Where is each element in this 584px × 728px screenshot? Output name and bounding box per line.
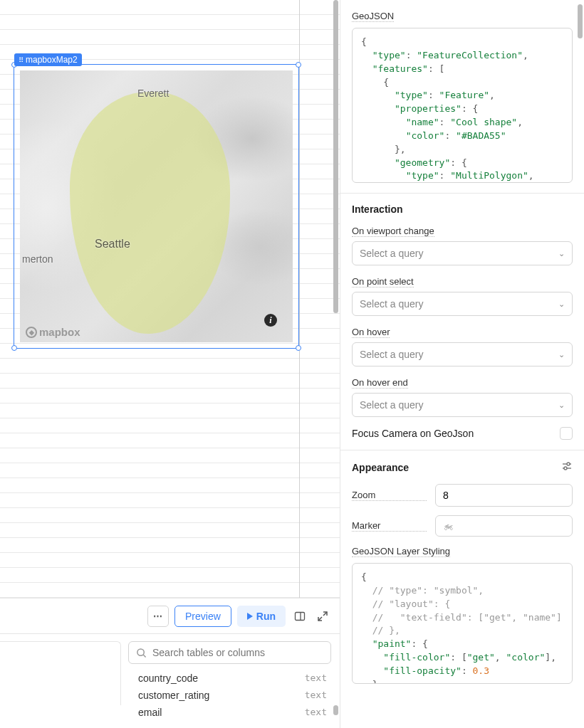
interaction-title: Interaction: [352, 204, 573, 215]
map-component[interactable]: Everett Seattle merton ◆ mapbox i: [14, 64, 299, 349]
map-label-merton: merton: [22, 253, 53, 265]
zoom-input-wrapper[interactable]: [435, 484, 573, 507]
toolbar: ⋯ Preview Run: [0, 598, 340, 633]
zoom-label: Zoom: [352, 490, 427, 501]
map-label-seattle: Seattle: [95, 238, 130, 250]
mapbox-attribution[interactable]: ◆ mapbox: [26, 326, 80, 338]
hover-end-select[interactable]: Select a query ⌄: [352, 393, 573, 417]
select-placeholder: Select a query: [360, 349, 424, 360]
chevron-down-icon: ⌄: [558, 300, 565, 309]
resize-handle-bl[interactable]: [11, 345, 17, 351]
select-placeholder: Select a query: [360, 248, 424, 259]
right-scrollbar[interactable]: [578, 4, 583, 38]
canvas-area[interactable]: ⠿ mapboxMap2 Everett Seattle merton ◆ ma…: [0, 0, 340, 598]
field-row[interactable]: customer_rating text: [128, 687, 331, 704]
viewport-change-select[interactable]: Select a query ⌄: [352, 241, 573, 265]
field-type: text: [305, 707, 327, 718]
chevron-down-icon: ⌄: [558, 249, 565, 258]
svg-rect-0: [296, 612, 305, 620]
field-name: customer_rating: [138, 690, 209, 701]
appearance-section: Appearance Zoom Marker 🏍 GeoJSON Layer S…: [340, 450, 584, 694]
select-placeholder: Select a query: [360, 298, 424, 310]
resize-handle-br[interactable]: [296, 345, 301, 351]
left-panel: ⠿ mapboxMap2 Everett Seattle merton ◆ ma…: [0, 0, 340, 728]
preview-button[interactable]: Preview: [174, 606, 231, 627]
component-tag[interactable]: ⠿ mapboxMap2: [14, 53, 82, 66]
field-name: email: [138, 707, 162, 718]
bottom-panel: country_code text customer_rating text e…: [0, 633, 340, 728]
mapbox-logo-icon: ◆: [26, 327, 37, 338]
field-type: text: [305, 690, 327, 701]
bottom-scrollbar[interactable]: [333, 705, 338, 715]
resize-handle-tr[interactable]: [296, 62, 301, 68]
geojson-section: GeoJSON { "type": "FeatureCollection", "…: [340, 0, 584, 194]
hover-select[interactable]: Select a query ⌄: [352, 342, 573, 366]
map-viewport[interactable]: Everett Seattle merton ◆ mapbox i: [20, 70, 293, 342]
canvas-scrollbar[interactable]: [333, 0, 338, 313]
mapbox-attribution-text: mapbox: [39, 326, 80, 338]
marker-input[interactable]: 🏍: [435, 515, 573, 537]
svg-line-3: [143, 655, 145, 657]
svg-point-5: [567, 463, 570, 465]
styling-label: GeoJSON Layer Styling: [352, 546, 450, 557]
field-row[interactable]: country_code text: [128, 670, 331, 687]
panel-toggle-button[interactable]: [291, 608, 308, 625]
point-select-select[interactable]: Select a query ⌄: [352, 292, 573, 316]
component-tag-label: mapboxMap2: [26, 55, 78, 65]
settings-icon[interactable]: [561, 460, 573, 474]
point-select-label: On point select: [352, 276, 414, 287]
expand-icon: [317, 611, 328, 622]
zoom-input[interactable]: [443, 490, 565, 501]
focus-camera-label: Focus Camera on GeoJson: [352, 428, 474, 439]
chevron-down-icon: ⌄: [558, 401, 565, 410]
search-box[interactable]: [128, 641, 331, 664]
canvas-divider: [299, 0, 300, 598]
more-button[interactable]: ⋯: [147, 606, 169, 627]
geojson-label: GeoJSON: [352, 11, 394, 22]
focus-camera-checkbox[interactable]: [560, 427, 573, 440]
run-button[interactable]: Run: [237, 606, 286, 627]
hover-end-label: On hover end: [352, 377, 408, 389]
marker-placeholder-icon: 🏍: [443, 520, 453, 532]
field-row[interactable]: email text: [128, 704, 331, 721]
schema-tree-stub[interactable]: [0, 641, 121, 705]
field-name: country_code: [138, 672, 198, 684]
chevron-down-icon: ⌄: [558, 350, 565, 359]
appearance-title: Appearance: [352, 462, 409, 473]
focus-camera-row: Focus Camera on GeoJson: [352, 427, 573, 440]
drag-handle-icon[interactable]: ⠿: [19, 56, 23, 64]
sliders-icon: [561, 460, 573, 472]
svg-point-7: [564, 467, 567, 470]
marker-label: Marker: [352, 520, 427, 532]
geojson-code-editor[interactable]: { "type": "FeatureCollection", "features…: [352, 28, 573, 183]
styling-code-editor[interactable]: { // "type": "symbol", // "layout": { //…: [352, 563, 573, 684]
hover-label: On hover: [352, 327, 390, 338]
map-label-everett: Everett: [137, 88, 169, 99]
info-icon[interactable]: i: [264, 314, 277, 327]
run-button-label: Run: [256, 611, 276, 622]
right-panel: GeoJSON { "type": "FeatureCollection", "…: [340, 0, 584, 728]
viewport-change-label: On viewport change: [352, 226, 434, 237]
select-placeholder: Select a query: [360, 399, 424, 411]
expand-button[interactable]: [314, 608, 331, 625]
svg-point-2: [137, 648, 144, 655]
search-icon: [136, 648, 147, 658]
play-icon: [247, 613, 253, 620]
panel-icon: [294, 611, 306, 622]
interaction-section: Interaction On viewport change Select a …: [340, 194, 584, 450]
field-type: text: [305, 672, 327, 684]
search-input[interactable]: [152, 647, 323, 658]
